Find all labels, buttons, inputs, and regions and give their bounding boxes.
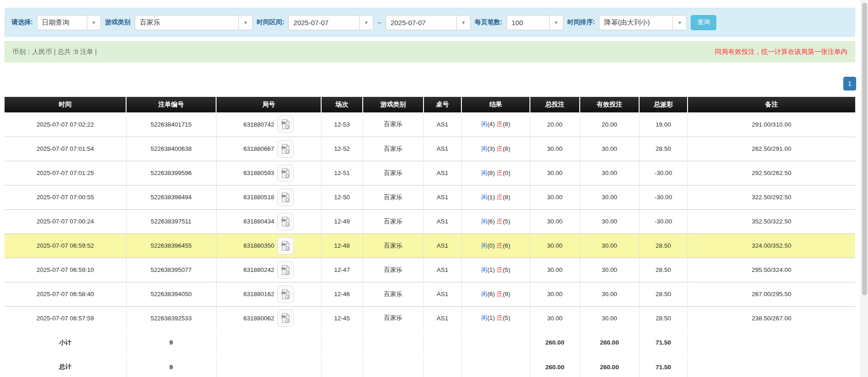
result-banker-score: (8) xyxy=(503,121,510,127)
video-replay-icon[interactable] xyxy=(277,286,294,303)
table-row: 2025-07-07 07:00:24522638397511631880434… xyxy=(5,209,855,234)
table-header-row: 时间 注单编号 局号 场次 游戏类别 桌号 结果 总投注 有效投注 总派彩 备注 xyxy=(5,97,855,112)
cell-total-bet[interactable]: 30.00 xyxy=(530,282,580,306)
cell-payout: 28.50 xyxy=(639,282,688,306)
filter-bar: 请选择: 日期查询 ▾ 游戏类别 百家乐 ▾ 时间区间: 2025-07-07 … xyxy=(5,8,855,37)
chevron-down-icon[interactable]: ▾ xyxy=(672,16,686,30)
cell-round-id: 631880062 xyxy=(216,306,321,330)
result-player-score: (6) xyxy=(487,291,497,297)
page-size-select[interactable]: 100 ▾ xyxy=(507,15,563,30)
date-from-select[interactable]: 2025-07-07 ▾ xyxy=(288,15,373,30)
round-id-value: 631880162 xyxy=(243,291,275,297)
result-banker-score: (5) xyxy=(503,218,510,225)
cell-note: 238.50/267.00 xyxy=(688,306,855,330)
cell-table-no: AS1 xyxy=(423,258,461,282)
round-id-value: 631880242 xyxy=(243,266,275,273)
chevron-down-icon[interactable]: ▾ xyxy=(359,16,373,30)
pagination-page-button[interactable]: 1 xyxy=(843,77,856,90)
cell-bet-id: 522638398494 xyxy=(126,185,216,209)
round-id-wrap: 631880242 xyxy=(217,261,321,279)
table-row: 2025-07-07 06:59:10522638395077631880242… xyxy=(5,258,855,282)
cell-total-bet[interactable]: 30.00 xyxy=(530,209,580,234)
video-replay-icon[interactable] xyxy=(277,116,294,133)
cell-payout: -30.00 xyxy=(639,185,688,209)
scrollbar-thumb[interactable] xyxy=(862,3,867,295)
cell-payout: 28.50 xyxy=(639,234,688,258)
query-type-value: 日期查询 xyxy=(37,16,87,30)
cell-game-type: 百家乐 xyxy=(363,282,423,306)
table-row: 2025-07-07 06:57:59522638392533631880062… xyxy=(5,306,855,330)
cell-time: 2025-07-07 06:58:40 xyxy=(5,282,126,306)
cell-bet-id: 522638396455 xyxy=(126,234,216,258)
chevron-down-icon[interactable]: ▾ xyxy=(87,16,101,30)
search-button[interactable]: 查询 xyxy=(691,15,716,30)
cell-total-bet[interactable]: 30.00 xyxy=(530,185,580,209)
cell-result: 闲(1) 庄(8) xyxy=(461,185,530,209)
cell-total-bet[interactable]: 30.00 xyxy=(530,258,580,282)
chevron-down-icon[interactable]: ▾ xyxy=(549,16,563,30)
query-type-select[interactable]: 日期查询 ▾ xyxy=(37,15,101,30)
video-replay-icon[interactable] xyxy=(277,165,294,182)
sort-order-select[interactable]: 降幂(由大到小) ▾ xyxy=(599,15,687,30)
col-game-type: 游戏类别 xyxy=(363,97,423,112)
cell-note: 262.50/291.00 xyxy=(688,137,855,161)
result-player-label: 闲 xyxy=(481,121,487,127)
video-replay-icon[interactable] xyxy=(277,309,294,327)
cell-round-id: 631880242 xyxy=(216,258,321,282)
video-replay-icon[interactable] xyxy=(277,140,294,158)
cell-total-bet[interactable]: 30.00 xyxy=(530,161,580,185)
cell-valid-bet: 30.00 xyxy=(580,234,639,258)
result-banker-score: (8) xyxy=(503,194,510,201)
result-banker-label: 庄 xyxy=(497,266,503,273)
result-player-label: 闲 xyxy=(481,218,487,225)
page-size-label: 每页笔数: xyxy=(475,18,503,27)
range-separator: ~ xyxy=(377,19,381,27)
result-player-label: 闲 xyxy=(481,242,487,249)
round-id-value: 631880434 xyxy=(243,218,275,225)
result-player-label: 闲 xyxy=(481,314,487,321)
vertical-scrollbar[interactable] xyxy=(861,0,868,377)
table-row: 2025-07-07 07:02:22522638401715631880742… xyxy=(5,112,855,137)
col-bet-id: 注单编号 xyxy=(126,97,216,112)
cell-total-bet[interactable]: 30.00 xyxy=(530,306,580,330)
summary-bar: 币别：人民币 | 总共 :9 注单 | 同局有效投注，统一计算在该局第一张注单内 xyxy=(5,41,855,62)
chevron-down-icon[interactable]: ▾ xyxy=(456,16,470,30)
result-banker-score: (5) xyxy=(503,314,510,321)
result-player-label: 闲 xyxy=(481,194,487,201)
date-to-select[interactable]: 2025-07-07 ▾ xyxy=(386,15,471,30)
chevron-down-icon[interactable]: ▾ xyxy=(238,16,252,30)
cell-note: 292.50/262.50 xyxy=(688,161,855,185)
cell-result: 闲(8) 庄(0) xyxy=(461,161,530,185)
cell-game-type: 百家乐 xyxy=(363,185,423,209)
cell-bet-id: 522638394050 xyxy=(126,282,216,306)
cell-total-bet[interactable]: 20.00 xyxy=(530,112,580,137)
cell-session: 12-50 xyxy=(321,185,363,209)
footer-empty-cell xyxy=(423,330,461,355)
game-type-select[interactable]: 百家乐 ▾ xyxy=(135,15,253,30)
col-time: 时间 xyxy=(5,97,126,112)
cell-total-bet[interactable]: 30.00 xyxy=(530,137,580,161)
footer-empty-cell xyxy=(688,330,855,355)
total-valid-bet: 260.00 xyxy=(580,355,639,377)
result-banker-score: (6) xyxy=(503,242,510,249)
round-id-wrap: 631880434 xyxy=(217,213,321,230)
video-replay-icon[interactable] xyxy=(277,261,294,279)
cell-payout: 19.00 xyxy=(639,112,688,137)
video-replay-icon[interactable] xyxy=(277,237,294,255)
table-row: 2025-07-07 07:00:55522638398494631880518… xyxy=(5,185,855,209)
cell-payout: 28.50 xyxy=(639,137,688,161)
result-player-label: 闲 xyxy=(481,170,487,176)
footer-empty-cell xyxy=(321,330,363,355)
cell-game-type: 百家乐 xyxy=(363,306,423,330)
game-type-value: 百家乐 xyxy=(135,16,238,30)
subtotal-label: 小计 xyxy=(5,330,126,355)
video-replay-icon[interactable] xyxy=(277,189,294,206)
cell-round-id: 631880742 xyxy=(216,112,321,137)
result-banker-score: (8) xyxy=(503,145,510,152)
cell-total-bet[interactable]: 30.00 xyxy=(530,234,580,258)
video-replay-icon[interactable] xyxy=(277,213,294,230)
result-banker-label: 庄 xyxy=(497,121,503,127)
total-label: 总计 xyxy=(5,355,126,377)
cell-valid-bet: 30.00 xyxy=(580,137,639,161)
footer-empty-cell xyxy=(363,330,423,355)
